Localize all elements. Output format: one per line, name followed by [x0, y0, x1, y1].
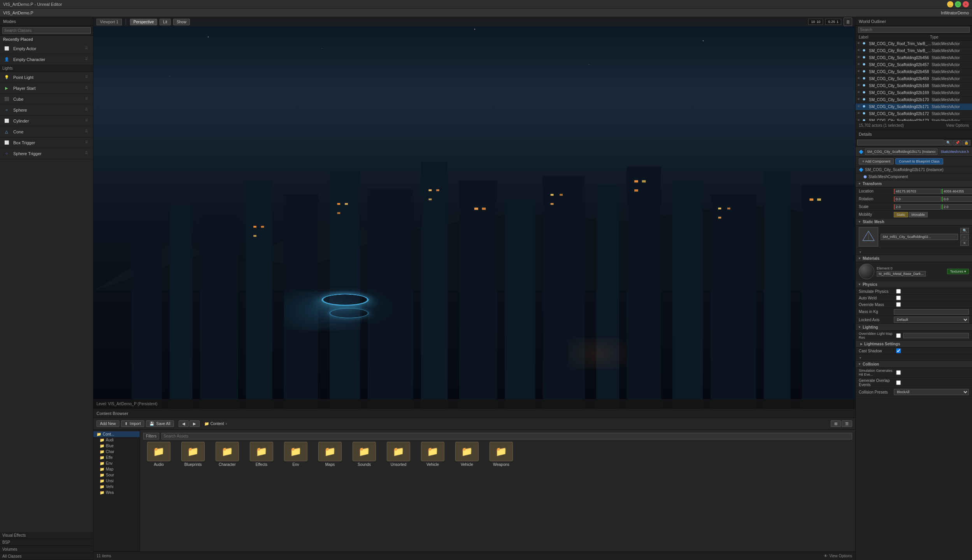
place-item-player-start[interactable]: ▶ Player Start ⠿: [0, 83, 93, 94]
title-bar-controls[interactable]: _ □ ×: [947, 1, 969, 7]
collision-section-header[interactable]: ▼ Collision: [856, 361, 972, 368]
cast-shadow-checkbox[interactable]: [896, 348, 901, 353]
folder-env[interactable]: 📁 Env: [280, 442, 311, 467]
textures-button[interactable]: Textures ▾: [947, 269, 969, 274]
outliner-item[interactable]: 👁 ⬢ SM_COG_City_Scaffolding02b457 Static…: [856, 61, 972, 68]
tree-item-unsorted[interactable]: 📁 Unsi: [93, 478, 140, 484]
movable-button[interactable]: Movable: [909, 212, 928, 217]
folder-character[interactable]: 📁 Character: [212, 442, 243, 467]
minimize-button[interactable]: _: [947, 1, 953, 7]
lighting-more[interactable]: ▼: [856, 354, 972, 361]
transform-section-header[interactable]: ▼ Transform: [856, 180, 972, 187]
outliner-item[interactable]: 👁 ⬢ SM_COG_City_Scaffolding02b171 Static…: [856, 103, 972, 110]
drag-handle[interactable]: ⠿: [85, 57, 90, 62]
tree-item-content[interactable]: 📁 Cont...: [93, 431, 140, 437]
folder-weapons[interactable]: 📁 Weapons: [486, 442, 517, 467]
drag-handle[interactable]: ⠿: [85, 46, 90, 51]
place-item-point-light[interactable]: 💡 Point Light ⠿: [0, 72, 93, 83]
locked-axis-select[interactable]: Default None X Y Z: [894, 317, 969, 323]
save-all-button[interactable]: 💾 Save All: [146, 420, 174, 427]
mesh-dropdown-arrow[interactable]: ▼: [856, 248, 972, 255]
asset-search-input[interactable]: [161, 433, 852, 439]
tree-item-env[interactable]: 📁 Env: [93, 460, 140, 466]
location-x[interactable]: [894, 189, 941, 194]
drag-handle[interactable]: ⠿: [85, 119, 90, 123]
place-item-cylinder[interactable]: ⬜ Cylinder ⠿: [0, 116, 93, 126]
collision-presets-select[interactable]: BlockAll NoCollision OverlapAll: [894, 389, 969, 395]
physics-section-header[interactable]: ▼ Physics: [856, 281, 972, 288]
tree-item-vehicle[interactable]: 📁 Vehi: [93, 484, 140, 490]
place-item-cube[interactable]: ⬛ Cube ⠿: [0, 94, 93, 105]
viewport[interactable]: Viewport 1 Perspective Lit Show 10 10 0.…: [93, 17, 855, 408]
place-item-empty-character[interactable]: 👤 Empty Character ⠿: [0, 54, 93, 65]
view-options-btn[interactable]: View Options: [946, 123, 969, 128]
folder-vehicle2[interactable]: 📁 Vehicle: [451, 442, 482, 467]
override-lightmap-checkbox[interactable]: [896, 333, 901, 338]
folder-audio[interactable]: 📁 Audio: [143, 442, 174, 467]
rotation-y[interactable]: [942, 196, 972, 202]
view-options-label[interactable]: View Options: [829, 554, 852, 558]
perspective-button[interactable]: Perspective: [130, 19, 157, 25]
drag-handle[interactable]: ⠿: [85, 97, 90, 102]
lightmap-res-input[interactable]: [903, 333, 969, 338]
tree-item-audio[interactable]: 📁 Audi: [93, 437, 140, 443]
add-component-button[interactable]: + Add Component: [859, 158, 894, 164]
place-item-empty-actor[interactable]: ⬜ Empty Actor ⠿: [0, 43, 93, 54]
lit-button[interactable]: Lit: [160, 19, 171, 25]
rotation-x[interactable]: [894, 196, 941, 202]
tree-item-weapons[interactable]: 📁 Wea: [93, 490, 140, 495]
tree-item-sounds[interactable]: 📁 Sour: [93, 472, 140, 478]
override-mass-checkbox[interactable]: [896, 302, 901, 307]
details-search-input[interactable]: [857, 140, 944, 145]
details-lock-btn[interactable]: 🔒: [962, 140, 970, 145]
place-item-cone[interactable]: △ Cone ⠿: [0, 126, 93, 137]
outliner-item[interactable]: 👁 ⬢ SM_COG_City_Scaffolding02b169 Static…: [856, 89, 972, 96]
outliner-item[interactable]: 👁 ⬢ SM_COG_City_Scaffolding02b168 Static…: [856, 82, 972, 89]
drag-handle[interactable]: ⠿: [85, 86, 90, 91]
maximize-button[interactable]: □: [955, 1, 961, 7]
view-type-2[interactable]: ☰: [842, 420, 852, 427]
mesh-browse-btn[interactable]: 🔍: [960, 228, 969, 233]
lighting-section-header[interactable]: ▼ Lighting: [856, 324, 972, 331]
lightmass-section-header[interactable]: ▶ Lightmass Settings: [856, 341, 972, 348]
scale-y[interactable]: [942, 204, 972, 210]
place-item-box-trigger[interactable]: ⬜ Box Trigger ⠿: [0, 137, 93, 148]
outliner-item[interactable]: 👁 ⬢ SM_COG_City_Scaffolding02b459 Static…: [856, 75, 972, 82]
convert-blueprint-button[interactable]: Convert to Blueprint Class: [895, 158, 943, 164]
mesh-clear-btn[interactable]: ✕: [960, 240, 969, 246]
folder-vehicle[interactable]: 📁 Vehicle: [417, 442, 448, 467]
outliner-item[interactable]: 👁 ⬢ SM_COG_City_Roof_Trim_VarB_Middle419…: [856, 40, 972, 47]
folder-maps[interactable]: 📁 Maps: [314, 442, 346, 467]
mass-kg-input[interactable]: [894, 309, 969, 315]
filters-button[interactable]: Filters: [143, 433, 159, 439]
outliner-item[interactable]: 👁 ⬢ SM_COG_City_Scaffolding02b173 Static…: [856, 117, 972, 121]
mesh-use-btn[interactable]: ←: [960, 234, 969, 240]
details-pin-btn[interactable]: 📌: [953, 140, 961, 145]
tree-item-effects[interactable]: 📁 Effe: [93, 455, 140, 460]
search-classes-input[interactable]: [2, 27, 91, 34]
view-type-1[interactable]: ⊞: [831, 420, 841, 427]
static-button[interactable]: Static: [894, 212, 908, 217]
drag-handle[interactable]: ⠿: [85, 75, 90, 80]
materials-section-header[interactable]: ▼ Materials: [856, 255, 972, 262]
nav-back-button[interactable]: ◀: [179, 420, 189, 427]
place-item-sphere[interactable]: ○ Sphere ⠿: [0, 105, 93, 116]
drag-handle[interactable]: ⠿: [85, 140, 90, 145]
simulate-checkbox[interactable]: [896, 289, 901, 294]
viewport-tab[interactable]: Viewport 1: [96, 19, 122, 25]
auto-weld-checkbox[interactable]: [896, 296, 901, 300]
drag-handle[interactable]: ⠿: [85, 108, 90, 112]
viewport-menu-button[interactable]: ☰: [844, 18, 852, 26]
folder-unsorted[interactable]: 📁 Unsorted: [383, 442, 414, 467]
tree-item-blueprints[interactable]: 📁 Blue: [93, 443, 140, 449]
instance-name-input[interactable]: [865, 149, 937, 155]
folder-blueprints[interactable]: 📁 Blueprints: [177, 442, 209, 467]
drag-handle[interactable]: ⠿: [85, 151, 90, 156]
location-y[interactable]: [942, 189, 972, 194]
nav-forward-button[interactable]: ▶: [189, 420, 200, 427]
sim-generates-checkbox[interactable]: [896, 370, 901, 375]
folder-sounds[interactable]: 📁 Sounds: [349, 442, 380, 467]
close-button[interactable]: ×: [963, 1, 969, 7]
outliner-item[interactable]: 👁 ⬢ SM_COG_City_Scaffolding02b172 Static…: [856, 110, 972, 117]
outliner-item[interactable]: 👁 ⬢ SM_COG_City_Roof_Trim_VarB_Middle420…: [856, 47, 972, 54]
